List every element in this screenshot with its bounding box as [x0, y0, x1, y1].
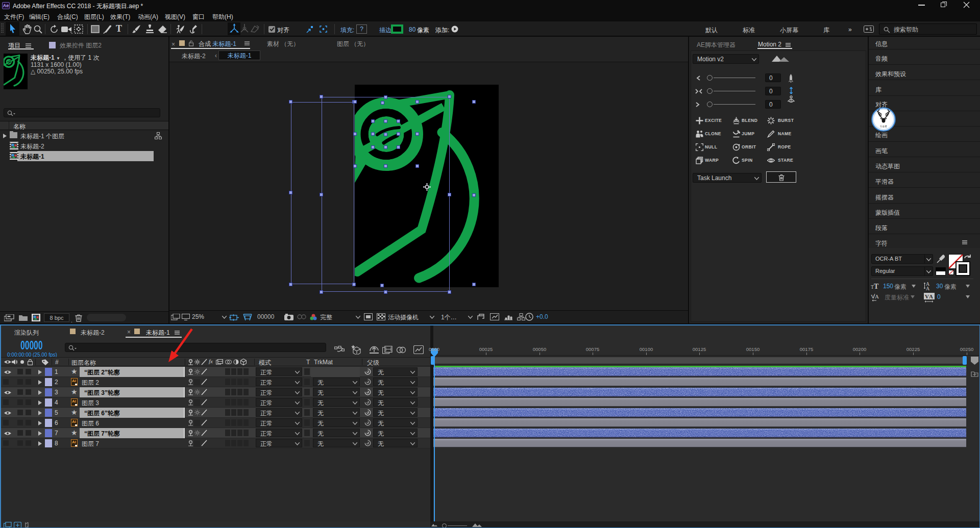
svg-text:T: T — [874, 283, 879, 289]
svg-text:A: A — [875, 293, 879, 299]
svg-text:A: A — [926, 286, 930, 291]
svg-text:V: V — [925, 293, 929, 299]
svg-text:A: A — [929, 293, 933, 299]
